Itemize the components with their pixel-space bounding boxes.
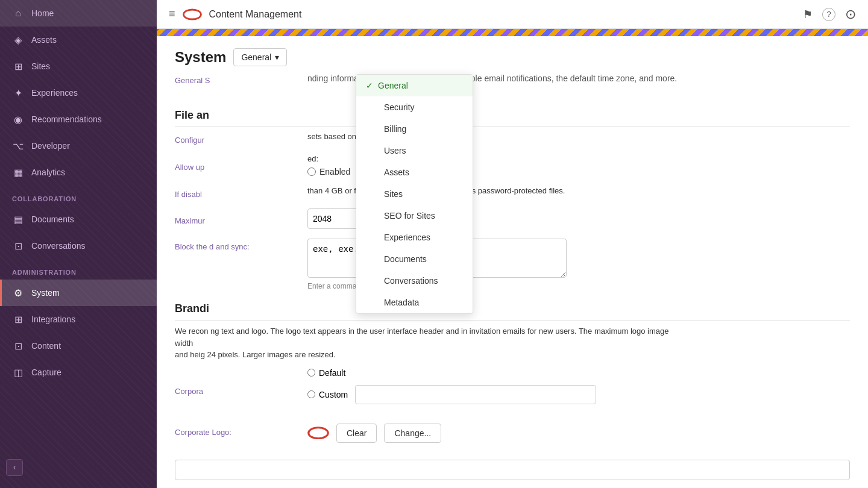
dropdown-item-sites[interactable]: Sites bbox=[356, 183, 473, 205]
default-label: Default bbox=[319, 368, 345, 378]
system-icon: ⚙ bbox=[12, 287, 24, 299]
dropdown-item-general[interactable]: ✓ General bbox=[356, 75, 473, 96]
sidebar-item-content[interactable]: ⊡ Content bbox=[0, 333, 157, 359]
main-area: ≡ Content Management ⚑ ? ⊙ System Genera… bbox=[157, 0, 868, 488]
sidebar-item-recommendations[interactable]: ◉ Recommendations bbox=[0, 106, 157, 133]
sidebar-item-sites[interactable]: ⊞ Sites bbox=[0, 53, 157, 80]
sidebar: ⌂ Home ◈ Assets ⊞ Sites ✦ Experiences ◉ … bbox=[0, 0, 157, 488]
maximum-label: Maximur bbox=[175, 213, 295, 225]
block-types-row: Block the d and sync: exe, exe. Enter a … bbox=[175, 239, 850, 290]
flag-icon[interactable]: ⚑ bbox=[803, 8, 813, 21]
collaboration-section-label: COLLABORATION bbox=[0, 186, 157, 206]
dropdown-item-label: General bbox=[378, 81, 408, 90]
sidebar-collapse-button[interactable]: ‹ bbox=[6, 459, 23, 476]
home-icon: ⌂ bbox=[12, 7, 24, 19]
sidebar-item-label: Assets bbox=[31, 35, 57, 45]
sidebar-item-label: Documents bbox=[31, 214, 74, 224]
sidebar-item-label: Content bbox=[31, 341, 61, 351]
sidebar-item-label: Experiences bbox=[31, 88, 78, 98]
sidebar-item-documents[interactable]: ▤ Documents bbox=[0, 206, 157, 233]
dropdown-item-label: Assets bbox=[384, 167, 409, 177]
radio-custom[interactable]: Custom bbox=[307, 390, 348, 399]
sidebar-item-analytics[interactable]: ▦ Analytics bbox=[0, 159, 157, 186]
general-section-row: General S nding information, settings to… bbox=[175, 72, 850, 97]
integrations-icon: ⊞ bbox=[12, 313, 24, 325]
dropdown-item-security[interactable]: Security bbox=[356, 96, 473, 118]
bottom-input[interactable] bbox=[175, 460, 850, 480]
sidebar-item-label: Home bbox=[31, 8, 54, 18]
dropdown-item-label: Experiences bbox=[384, 233, 430, 242]
help-icon[interactable]: ? bbox=[822, 8, 835, 21]
corporate-name-row: Corpora Default Custom bbox=[175, 368, 850, 411]
user-icon[interactable]: ⊙ bbox=[845, 7, 856, 22]
dropdown-item-users[interactable]: Users bbox=[356, 140, 473, 161]
default-option-row: Default bbox=[307, 368, 596, 378]
maximum-size-row: Maximur MB bbox=[175, 208, 850, 229]
branding-section-title: Brandi bbox=[175, 302, 850, 321]
custom-label: Custom bbox=[319, 390, 348, 399]
file-section-title: File an bbox=[175, 109, 850, 127]
sidebar-item-system[interactable]: ⚙ System bbox=[0, 280, 157, 306]
sidebar-item-developer[interactable]: ⌥ Developer bbox=[0, 133, 157, 159]
svg-point-1 bbox=[309, 428, 328, 439]
dropdown-item-seo-for-sites[interactable]: SEO for Sites bbox=[356, 205, 473, 227]
sidebar-item-label: Conversations bbox=[31, 241, 86, 251]
radio-default[interactable]: Default bbox=[307, 368, 345, 378]
capture-icon: ◫ bbox=[12, 366, 24, 378]
corporate-name-label: Corpora bbox=[175, 383, 295, 396]
sidebar-item-label: Recommendations bbox=[31, 114, 102, 124]
clear-button[interactable]: Clear bbox=[336, 424, 377, 443]
dropdown-item-label: Documents bbox=[384, 254, 427, 264]
if-disabled-label: If disabl bbox=[175, 186, 295, 199]
corporate-name-options: Default Custom bbox=[307, 368, 596, 411]
topbar-actions: ⚑ ? ⊙ bbox=[803, 7, 856, 22]
radio-default-input[interactable] bbox=[307, 369, 315, 377]
sidebar-item-capture[interactable]: ◫ Capture bbox=[0, 359, 157, 386]
dropdown-menu: ✓ General Security Billing Users Assets bbox=[356, 74, 473, 314]
radio-enabled-input[interactable] bbox=[307, 167, 316, 176]
configure-row: Configur sets based on virus scanning, s… bbox=[175, 132, 850, 145]
dropdown-item-experiences[interactable]: Experiences bbox=[356, 227, 473, 248]
radio-enabled[interactable]: Enabled bbox=[307, 167, 350, 177]
allow-uploads-status: ed: bbox=[307, 154, 318, 163]
change-button[interactable]: Change... bbox=[384, 424, 441, 443]
developer-icon: ⌥ bbox=[12, 140, 24, 152]
dropdown-item-label: Sites bbox=[384, 189, 403, 199]
custom-option-row: Custom bbox=[307, 385, 596, 404]
dropdown-item-documents[interactable]: Documents bbox=[356, 248, 473, 270]
content-area: System General ▾ ✓ General Security Bill… bbox=[157, 29, 868, 488]
topbar-title: Content Management bbox=[209, 9, 302, 20]
dropdown-item-label: SEO for Sites bbox=[384, 211, 435, 221]
corporate-logo-label: Corporate Logo: bbox=[175, 424, 295, 437]
dropdown-item-conversations[interactable]: Conversations bbox=[356, 270, 473, 292]
menu-icon[interactable]: ≡ bbox=[169, 8, 175, 20]
recommendations-icon: ◉ bbox=[12, 113, 24, 125]
dropdown-item-label: Billing bbox=[384, 124, 406, 134]
sidebar-item-experiences[interactable]: ✦ Experiences bbox=[0, 80, 157, 106]
experiences-icon: ✦ bbox=[12, 87, 24, 99]
check-icon: ✓ bbox=[366, 81, 373, 90]
radio-custom-input[interactable] bbox=[307, 390, 315, 398]
app-logo bbox=[183, 8, 202, 20]
sidebar-item-conversations[interactable]: ⊡ Conversations bbox=[0, 233, 157, 259]
analytics-icon: ▦ bbox=[12, 166, 24, 178]
dropdown-item-assets[interactable]: Assets bbox=[356, 161, 473, 183]
block-types-label: Block the d and sync: bbox=[175, 239, 295, 251]
page-header: System General ▾ bbox=[157, 36, 868, 72]
dropdown-selected-label: General bbox=[241, 52, 271, 62]
documents-icon: ▤ bbox=[12, 213, 24, 225]
dropdown-item-label: Security bbox=[384, 102, 415, 112]
sidebar-item-label: Analytics bbox=[31, 167, 65, 177]
general-dropdown-button[interactable]: General ▾ bbox=[233, 48, 287, 66]
dropdown-item-billing[interactable]: Billing bbox=[356, 118, 473, 140]
content-icon: ⊡ bbox=[12, 340, 24, 352]
branding-desc: We recon ng text and logo. The logo text… bbox=[175, 325, 687, 361]
custom-name-input[interactable] bbox=[355, 385, 596, 404]
logo-preview bbox=[307, 427, 329, 440]
sidebar-item-integrations[interactable]: ⊞ Integrations bbox=[0, 306, 157, 333]
corporate-logo-row: Corporate Logo: Clear Change... bbox=[175, 419, 850, 443]
sidebar-item-assets[interactable]: ◈ Assets bbox=[0, 27, 157, 53]
allow-uploads-label: Allow up bbox=[175, 159, 295, 172]
dropdown-item-metadata[interactable]: Metadata bbox=[356, 292, 473, 313]
sidebar-item-home[interactable]: ⌂ Home bbox=[0, 0, 157, 27]
